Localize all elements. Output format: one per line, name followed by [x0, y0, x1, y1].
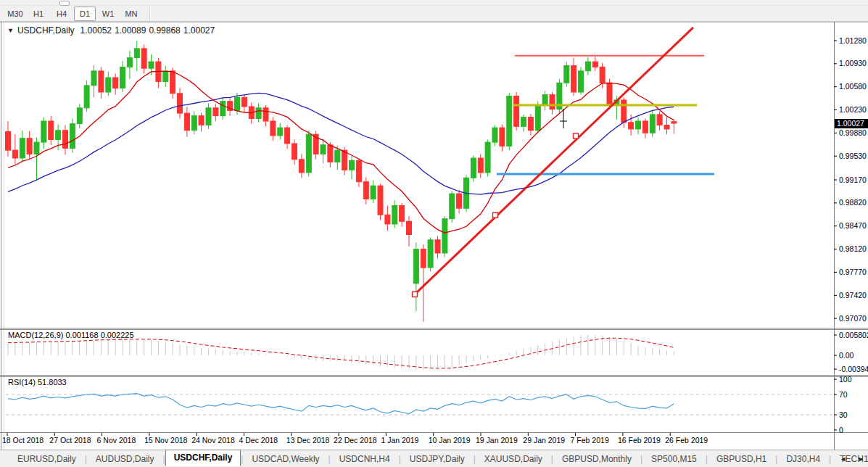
chart-symbol: USDCHF,Daily	[17, 25, 75, 36]
chart-title: ▼USDCHF,Daily1.000521.000890.998681.0002…	[7, 25, 218, 36]
trendline-anchor[interactable]	[493, 212, 498, 218]
candle-body	[63, 131, 68, 149]
candle-body	[306, 134, 311, 173]
tab-gbpusd-h1[interactable]: GBPUSD,H1	[708, 452, 775, 466]
mt4-terminal: M30H1H4D1W1MN 1.012801.009301.005801.002…	[0, 0, 868, 467]
candle-body	[163, 71, 168, 82]
candle-body	[521, 117, 526, 127]
candle-body	[213, 108, 218, 116]
candle-body	[413, 249, 418, 284]
timeframe-button-m30[interactable]: M30	[4, 7, 26, 21]
candle-body	[542, 95, 547, 106]
candle-body	[571, 66, 576, 92]
tab-gbpusd-monthly[interactable]: GBPUSD,Monthly	[553, 452, 640, 466]
candle-body	[435, 240, 440, 253]
date-axis-label: 29 Jan 2019	[523, 436, 565, 445]
quote-low: 0.99868	[149, 25, 180, 36]
candle-body	[514, 96, 519, 126]
tab-scroll-left-icon[interactable]: ◄	[840, 455, 846, 463]
quote-high: 1.00089	[115, 25, 146, 36]
price-axis-label: 0.98120	[839, 244, 867, 253]
candle-body	[241, 97, 247, 107]
price-axis-label: 1.00230	[839, 105, 867, 114]
price-axis-label: 0.98820	[839, 198, 867, 207]
quote-close: 1.00027	[183, 25, 215, 36]
candle-body	[607, 83, 612, 104]
date-axis-label: 6 Nov 2018	[97, 436, 136, 445]
date-axis-label: 4 Dec 2018	[239, 436, 278, 445]
candle-body	[127, 58, 132, 67]
candle-body	[70, 124, 75, 149]
candle-body	[149, 62, 154, 68]
tab-xauusd-daily[interactable]: XAUUSD,Daily	[476, 452, 551, 466]
tab-dj30-h4[interactable]: DJ30,H4	[777, 452, 829, 466]
candle-body	[106, 78, 111, 92]
candle-body	[321, 145, 326, 154]
candle-body	[400, 206, 405, 222]
trendline-anchor[interactable]	[574, 133, 579, 139]
candle-body	[278, 128, 283, 136]
candle-body	[220, 102, 226, 116]
rsi-axis-label: 0	[839, 426, 843, 434]
candle-body	[478, 158, 483, 173]
tab-scroll-arrows: ◄ ►	[840, 455, 864, 463]
macd-value: 0.001168	[65, 331, 98, 339]
candle-body	[457, 194, 462, 208]
date-axis-label: 18 Oct 2018	[2, 436, 44, 445]
candle-body	[12, 150, 17, 158]
candle-body	[392, 206, 397, 225]
rsi-axis-label: 70	[839, 390, 848, 399]
symbol-dropdown-icon[interactable]: ▼	[7, 27, 14, 34]
macd-label: MACD(12,26,9) 0.001168 0.002225	[8, 331, 134, 339]
candle-body	[113, 78, 118, 88]
candle-body	[535, 105, 540, 131]
candle-body	[528, 117, 533, 131]
date-axis-label: 16 Feb 2019	[618, 436, 661, 445]
chart-background	[0, 22, 868, 450]
date-axis-label: 10 Jan 2019	[429, 436, 471, 445]
timeframe-button-mn[interactable]: MN	[120, 7, 142, 21]
timeframe-button-h4[interactable]: H4	[51, 7, 73, 21]
candle-body	[335, 150, 340, 162]
price-axis-label: 0.99530	[839, 152, 867, 160]
candle-body	[134, 49, 139, 58]
tab-usdcad-weekly[interactable]: USDCAD,Weekly	[243, 452, 328, 466]
candle-body	[592, 62, 598, 67]
date-axis-label: 22 Dec 2018	[334, 436, 377, 445]
tab-sp500-m15[interactable]: SP500,M15	[642, 452, 706, 466]
candle-body	[650, 115, 655, 133]
candle-body	[328, 145, 333, 162]
candle-body	[56, 131, 61, 140]
candle-body	[292, 144, 297, 160]
timeframe-button-d1[interactable]: D1	[74, 7, 96, 21]
trendline-anchor[interactable]	[413, 292, 418, 297]
toolbar-separator	[149, 7, 151, 21]
tab-eurusd-daily[interactable]: EURUSD,Daily	[9, 452, 85, 466]
timeframe-button-h1[interactable]: H1	[28, 7, 49, 21]
candle-body	[34, 142, 39, 154]
tab-usdcnh-h4[interactable]: USDCNH,H4	[331, 452, 399, 466]
price-chart-canvas[interactable]: 1.012801.009301.005801.002300.998800.995…	[0, 0, 868, 467]
price-axis-label: 0.97070	[839, 314, 867, 323]
date-axis-label: 27 Oct 2018	[49, 436, 91, 445]
tab-audusd-daily[interactable]: AUDUSD,Daily	[87, 452, 163, 466]
date-axis-label: 13 Dec 2018	[286, 436, 330, 445]
date-axis-label: 19 Jan 2019	[476, 436, 518, 445]
candle-body	[621, 100, 627, 123]
candle-body	[49, 121, 54, 140]
tab-usdchf-daily[interactable]: USDCHF,Daily	[165, 450, 241, 466]
candle-body	[191, 116, 197, 131]
rsi-axis-label: 100	[839, 375, 852, 384]
date-axis-label: 1 Jan 2019	[381, 436, 418, 445]
candle-body	[120, 67, 125, 88]
timeframe-button-w1[interactable]: W1	[97, 7, 119, 21]
candle-body	[642, 121, 648, 133]
candle-body	[385, 215, 390, 224]
candle-body	[629, 123, 634, 129]
timeframe-toolbar: M30H1H4D1W1MN	[0, 6, 868, 22]
tab-usdjpy-daily[interactable]: USDJPY,Daily	[401, 452, 474, 466]
price-axis-label: 0.99880	[839, 128, 867, 137]
candle-body	[170, 71, 175, 94]
tab-scroll-right-icon[interactable]: ►	[858, 455, 864, 463]
date-axis-label: 7 Feb 2019	[571, 436, 609, 445]
